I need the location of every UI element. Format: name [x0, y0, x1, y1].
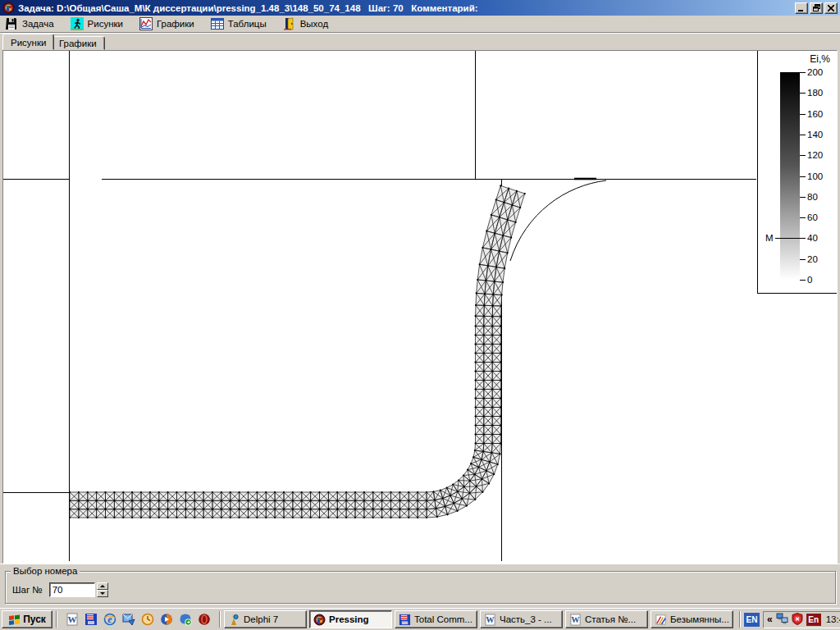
minimize-button[interactable]	[795, 2, 808, 14]
toolbar-button-vyhod[interactable]: Выход	[281, 16, 333, 31]
app-window: Задача: D:\Общая\Саша_М\К диссертации\pr…	[0, 0, 840, 630]
task-button-delphi[interactable]: Delphi 7	[224, 610, 307, 628]
legend-tick: 180	[800, 88, 823, 98]
task-label: Delphi 7	[244, 614, 278, 624]
toolbar-button-zadacha[interactable]: Задача	[3, 16, 59, 31]
toolbar: Задача Рисунки Г	[0, 16, 840, 33]
task-button-total-commander[interactable]: Total Comm...	[395, 610, 477, 628]
tab-risunki[interactable]: Рисунки	[2, 34, 54, 50]
legend-tick: 20	[800, 254, 818, 264]
task-label: Pressing	[329, 614, 369, 624]
toolbar-label: Задача	[22, 19, 54, 29]
clock-app-icon[interactable]	[141, 613, 154, 626]
paint-icon	[655, 614, 667, 626]
task-button-chast3[interactable]: W Часть_3 - ...	[480, 610, 563, 628]
gradient-bar	[780, 72, 800, 280]
windows-logo-icon	[8, 614, 21, 625]
groupbox-label: Выбор номера	[11, 566, 80, 576]
toolbar-label: Графики	[157, 19, 194, 29]
titlebar: Задача: D:\Общая\Саша_М\К диссертации\pr…	[0, 0, 840, 16]
step-groupbox: Выбор номера Шаг №	[5, 571, 836, 604]
legend-tick: 120	[800, 150, 823, 160]
table-icon	[211, 17, 224, 30]
legend-tick: 160	[800, 109, 823, 119]
ie-icon[interactable]: e	[103, 613, 116, 626]
svg-text:W: W	[68, 614, 77, 624]
legend-tick: 80	[800, 192, 818, 202]
tab-label: Графики	[59, 39, 97, 48]
quick-launch-bar: W e	[61, 613, 216, 626]
opera-icon[interactable]	[198, 613, 211, 626]
start-button[interactable]: Пуск	[2, 610, 52, 628]
task-label: Total Comm...	[414, 614, 472, 624]
media-player-icon[interactable]	[160, 613, 173, 626]
task-label: Часть_3 - ...	[500, 614, 552, 624]
word-icon[interactable]: W	[66, 613, 79, 626]
svg-text:W: W	[486, 615, 495, 624]
toolbar-button-tablicy[interactable]: Таблицы	[209, 16, 272, 31]
taskbar-divider	[739, 611, 741, 628]
task-button-statya[interactable]: W Статья №...	[565, 610, 648, 628]
network-icon[interactable]	[776, 613, 788, 626]
runner-icon	[71, 17, 84, 30]
delphi-icon	[228, 614, 240, 626]
restore-button[interactable]	[810, 2, 823, 14]
svg-text:e: e	[107, 614, 112, 625]
word-icon: W	[484, 614, 496, 626]
total-commander-icon	[399, 614, 411, 626]
language-indicator[interactable]: EN	[744, 613, 760, 627]
task-button-bezymyanny[interactable]: Безымянны...	[651, 610, 733, 628]
task-label: Статья №...	[585, 614, 636, 624]
spin-up-button[interactable]	[97, 582, 108, 590]
pressing-app-icon	[313, 614, 326, 626]
toolbar-button-risunki[interactable]: Рисунки	[69, 16, 128, 31]
tab-grafiki[interactable]: Графики	[51, 36, 105, 50]
taskbar-divider	[56, 611, 57, 628]
task-button-pressing[interactable]: Pressing	[309, 610, 392, 628]
finite-element-mesh	[69, 185, 526, 518]
taskbar-clock: 13:49	[826, 614, 840, 624]
step-spinner	[97, 582, 108, 597]
legend-tick: 140	[800, 130, 823, 139]
color-scale-legend: Ei,% 200 180 160 140 120 100 80 60 40 20…	[757, 51, 837, 294]
toolbar-label: Выход	[300, 19, 328, 29]
window-title: Задача: D:\Общая\Саша_М\К диссертации\pr…	[18, 3, 792, 13]
svg-text:W: W	[571, 615, 580, 624]
close-button[interactable]	[824, 2, 838, 14]
simulation-view	[3, 51, 837, 563]
die-outline	[3, 51, 756, 561]
punto-language-indicator[interactable]: En	[806, 614, 821, 626]
taskbar-divider	[219, 611, 221, 628]
step-selection-panel: Выбор номера Шаг №	[0, 564, 840, 608]
app-icon	[2, 2, 15, 14]
security-shield-icon[interactable]	[792, 613, 803, 627]
legend-tick: 200	[800, 67, 823, 77]
word-icon: W	[569, 614, 582, 626]
legend-title: Ei,%	[810, 53, 830, 65]
drawing-area: Ei,% 200 180 160 140 120 100 80 60 40 20…	[2, 50, 838, 564]
system-tray: « En 13:49	[763, 611, 840, 628]
exit-door-icon	[283, 17, 296, 30]
step-number-label: Шаг №	[12, 585, 43, 595]
toolbar-label: Таблицы	[228, 19, 267, 29]
spin-down-button[interactable]	[97, 590, 108, 597]
chart-icon	[139, 17, 153, 30]
download-manager-icon[interactable]	[179, 613, 192, 626]
tab-bar: Рисунки Графики	[0, 34, 840, 50]
legend-tick: 60	[800, 212, 818, 222]
legend-tick: 100	[800, 171, 823, 181]
toolbar-label: Рисунки	[88, 19, 123, 29]
legend-marker-M: М	[765, 233, 803, 243]
tab-label: Рисунки	[11, 38, 46, 48]
tray-chevron-button[interactable]: «	[767, 614, 773, 625]
total-commander-icon[interactable]	[84, 613, 98, 626]
task-label: Безымянны...	[670, 614, 729, 624]
taskbar: Пуск W e	[0, 608, 840, 630]
toolbar-button-grafiki[interactable]: Графики	[138, 16, 199, 31]
floppy-icon	[5, 17, 18, 30]
step-number-input[interactable]	[49, 582, 95, 597]
start-label: Пуск	[23, 614, 46, 625]
outlook-express-icon[interactable]	[122, 613, 135, 626]
legend-tick: 0	[800, 275, 812, 285]
